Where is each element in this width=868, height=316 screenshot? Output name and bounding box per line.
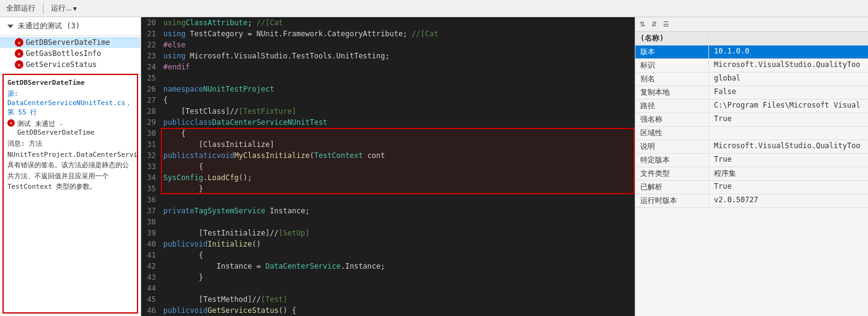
code-editor[interactable]: 2021222324252627282930313233343536373839… bbox=[141, 17, 635, 316]
error-message-label: 消息: 方法 bbox=[7, 139, 133, 149]
left-panel: 未通过的测试 (3) ✕ GetDBServerDateTime ✕ GetGa… bbox=[0, 17, 141, 316]
code-line: using Microsoft.VisualStudio.TestTools.U… bbox=[163, 50, 632, 61]
error-icon-detail: ✕ bbox=[7, 119, 15, 127]
line-number: 26 bbox=[146, 84, 156, 95]
line-number: 29 bbox=[146, 117, 156, 128]
prop-name: 特定版本 bbox=[635, 154, 709, 167]
line-number: 44 bbox=[146, 283, 156, 294]
line-number: 27 bbox=[146, 95, 156, 106]
prop-row[interactable]: 版本10.1.0.0 bbox=[635, 45, 868, 59]
error-source-link[interactable]: 源: DataCenterServiceNUnitTest.cs，第 55 行 bbox=[7, 89, 133, 117]
failed-tests-label: 未通过的测试 (3) bbox=[18, 21, 80, 31]
line-number: 42 bbox=[146, 261, 156, 272]
sort-desc-button[interactable]: ⇵ bbox=[649, 20, 659, 29]
code-editor-panel: 2021222324252627282930313233343536373839… bbox=[141, 17, 635, 316]
code-line: public void Initialize() bbox=[163, 239, 632, 250]
prop-name: 运行时版本 bbox=[635, 194, 709, 207]
code-line: [TestClass]//[TestFixture] bbox=[163, 106, 632, 117]
run-button[interactable]: 运行... ▾ bbox=[48, 2, 79, 15]
line-number: 20 bbox=[146, 17, 156, 28]
test-item-0[interactable]: ✕ GetDBServerDateTime bbox=[0, 37, 141, 48]
prop-value: Microsoft.VisualStudio.QualityToo bbox=[709, 140, 868, 153]
prop-row[interactable]: 区域性 bbox=[635, 127, 868, 140]
code-line: { bbox=[163, 128, 632, 139]
code-line: #endif bbox=[163, 61, 632, 73]
prop-value bbox=[709, 127, 868, 140]
code-line: } bbox=[163, 272, 632, 283]
code-line: { bbox=[163, 95, 632, 106]
code-line: public static void MyClassInitialize(Tes… bbox=[163, 150, 632, 161]
prop-value: 10.1.0.0 bbox=[709, 45, 868, 58]
prop-name: 区域性 bbox=[635, 127, 709, 140]
run-label: 运行... bbox=[51, 3, 72, 14]
line-number: 23 bbox=[146, 50, 156, 61]
line-number: 32 bbox=[146, 150, 156, 161]
line-number: 28 bbox=[146, 106, 156, 117]
prop-row[interactable]: 特定版本True bbox=[635, 154, 868, 167]
error-status: ✕ 测试 未通过 - GetDBServerDateTime bbox=[7, 119, 133, 136]
line-number: 24 bbox=[146, 61, 156, 73]
line-number: 22 bbox=[146, 39, 156, 50]
category-button[interactable]: ☰ bbox=[661, 20, 671, 29]
prop-row[interactable]: 运行时版本v2.0.50727 bbox=[635, 194, 868, 208]
code-line: { bbox=[163, 161, 632, 172]
code-line: public void GetServiceStatus() { bbox=[163, 305, 632, 316]
code-line: namespace NUnitTestProject bbox=[163, 84, 632, 95]
prop-row[interactable]: 文件类型程序集 bbox=[635, 167, 868, 181]
code-line bbox=[163, 283, 632, 294]
prop-name: 说明 bbox=[635, 140, 709, 153]
code-line: { bbox=[163, 250, 632, 261]
run-dropdown-arrow: ▾ bbox=[73, 4, 77, 13]
properties-toolbar: ⇅ ⇵ ☰ bbox=[635, 17, 868, 32]
prop-name: 别名 bbox=[635, 73, 709, 85]
prop-row[interactable]: 别名global bbox=[635, 73, 868, 86]
properties-panel: ⇅ ⇵ ☰ (名称) 版本10.1.0.0标识Microsoft.VisualS… bbox=[635, 17, 868, 316]
code-line: } bbox=[163, 183, 632, 194]
error-detail-title: GetDBServerDateTime bbox=[7, 79, 133, 87]
prop-value: C:\Program Files\Microsoft Visual bbox=[709, 100, 868, 113]
prop-value: False bbox=[709, 86, 868, 99]
line-number: 35 bbox=[146, 183, 156, 194]
main-layout: 未通过的测试 (3) ✕ GetDBServerDateTime ✕ GetGa… bbox=[0, 17, 868, 316]
error-icon-2: ✕ bbox=[15, 60, 23, 69]
error-status-text: 测试 未通过 - GetDBServerDateTime bbox=[17, 119, 133, 136]
failed-tests-header: 未通过的测试 (3) bbox=[0, 17, 141, 36]
prop-row[interactable]: 路径C:\Program Files\Microsoft Visual bbox=[635, 100, 868, 113]
prop-row[interactable]: 说明Microsoft.VisualStudio.QualityToo bbox=[635, 140, 868, 154]
prop-header-value bbox=[709, 32, 868, 45]
code-line: using ClassAttribute; //[Cat bbox=[163, 17, 632, 28]
code-line: [TestMethod]//[Test] bbox=[163, 294, 632, 305]
run-all-button[interactable]: 全部运行 bbox=[4, 2, 38, 15]
error-message-body: NUnitTestProject.DataCenterServiceNUnitT… bbox=[7, 149, 133, 192]
line-number: 43 bbox=[146, 272, 156, 283]
line-number: 37 bbox=[146, 205, 156, 216]
line-number: 40 bbox=[146, 239, 156, 250]
code-line: [ClassInitialize] bbox=[163, 139, 632, 150]
prop-value: global bbox=[709, 73, 868, 85]
prop-name: 强名称 bbox=[635, 113, 709, 126]
test-item-2[interactable]: ✕ GetServiceStatus bbox=[0, 59, 141, 70]
prop-row[interactable]: 标识Microsoft.VisualStudio.QualityToo bbox=[635, 59, 868, 73]
line-number: 38 bbox=[146, 216, 156, 227]
line-number: 36 bbox=[146, 194, 156, 205]
error-detail-box: GetDBServerDateTime 源: DataCenterService… bbox=[2, 74, 138, 314]
error-icon-1: ✕ bbox=[15, 49, 23, 58]
prop-row[interactable]: 强名称True bbox=[635, 113, 868, 127]
line-number: 21 bbox=[146, 28, 156, 39]
code-line: using TestCategory = NUnit.Framework.Cat… bbox=[163, 28, 632, 39]
prop-name: 文件类型 bbox=[635, 167, 709, 180]
sort-asc-button[interactable]: ⇅ bbox=[638, 20, 647, 29]
test-name-1: GetGasBottlesInfo bbox=[26, 49, 101, 58]
prop-row[interactable]: 复制本地False bbox=[635, 86, 868, 100]
error-icon-0: ✕ bbox=[15, 38, 23, 47]
toolbar-separator bbox=[43, 4, 44, 14]
code-line: private TagSystemService Instance; bbox=[163, 205, 632, 216]
prop-row[interactable]: 已解析True bbox=[635, 181, 868, 194]
test-item-1[interactable]: ✕ GetGasBottlesInfo bbox=[0, 48, 141, 59]
code-line: SysConfig.LoadCfg(); bbox=[163, 172, 632, 183]
code-line: public class DataCenterServiceNUnitTest bbox=[163, 117, 632, 128]
line-number: 41 bbox=[146, 250, 156, 261]
failed-tests-group[interactable]: 未通过的测试 (3) bbox=[4, 20, 137, 33]
error-message: 消息: 方法 NUnitTestProject.DataCenterServic… bbox=[7, 139, 133, 192]
code-line: Instance = DataCenterService.Instance; bbox=[163, 261, 632, 272]
